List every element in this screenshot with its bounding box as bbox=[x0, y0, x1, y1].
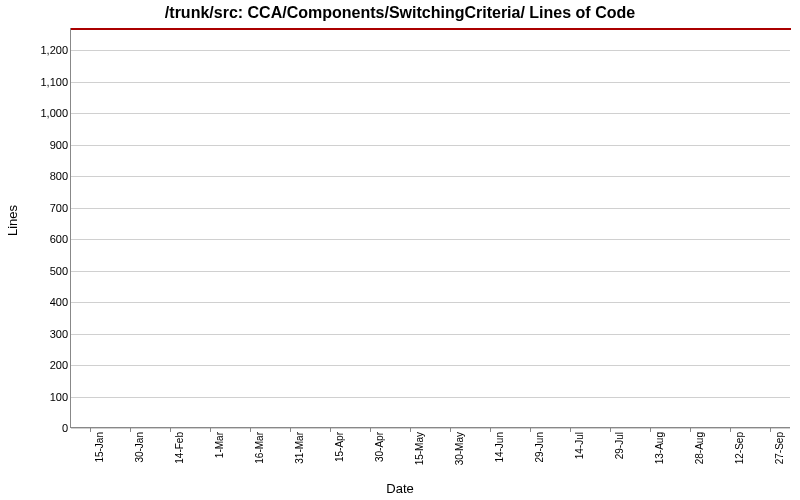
x-tick-mark bbox=[530, 428, 531, 432]
x-tick-label: 14-Jun bbox=[494, 432, 505, 463]
x-tick-label: 30-Jan bbox=[134, 432, 145, 463]
x-tick-label: 13-Aug bbox=[654, 432, 665, 464]
chart-title: /trunk/src: CCA/Components/SwitchingCrit… bbox=[0, 4, 800, 22]
gridline bbox=[71, 208, 790, 209]
x-tick-mark bbox=[330, 428, 331, 432]
x-tick-mark bbox=[250, 428, 251, 432]
x-tick-mark bbox=[290, 428, 291, 432]
y-tick-label: 600 bbox=[12, 233, 68, 245]
x-tick-label: 1-Mar bbox=[214, 432, 225, 458]
x-tick-mark bbox=[450, 428, 451, 432]
x-tick-label: 15-May bbox=[414, 432, 425, 465]
x-tick-label: 15-Apr bbox=[334, 432, 345, 462]
x-tick-label: 29-Jul bbox=[614, 432, 625, 459]
x-tick-label: 14-Feb bbox=[174, 432, 185, 464]
plot-area bbox=[70, 28, 790, 428]
x-axis-label: Date bbox=[0, 481, 800, 496]
x-tick-mark bbox=[690, 428, 691, 432]
x-tick-mark bbox=[170, 428, 171, 432]
x-tick-mark bbox=[570, 428, 571, 432]
gridline bbox=[71, 176, 790, 177]
x-tick-mark bbox=[90, 428, 91, 432]
x-tick-label: 15-Jan bbox=[94, 432, 105, 463]
y-tick-label: 300 bbox=[12, 328, 68, 340]
y-tick-label: 1,000 bbox=[12, 107, 68, 119]
x-tick-mark bbox=[730, 428, 731, 432]
y-tick-label: 900 bbox=[12, 139, 68, 151]
gridline bbox=[71, 271, 790, 272]
x-tick-label: 31-Mar bbox=[294, 432, 305, 464]
x-tick-mark bbox=[650, 428, 651, 432]
x-tick-label: 29-Jun bbox=[534, 432, 545, 463]
y-tick-label: 200 bbox=[12, 359, 68, 371]
gridline bbox=[71, 145, 790, 146]
y-tick-label: 1,200 bbox=[12, 44, 68, 56]
series-line bbox=[71, 28, 791, 30]
x-tick-label: 30-May bbox=[454, 432, 465, 465]
y-axis-label-wrap: Lines bbox=[6, 0, 20, 440]
gridline bbox=[71, 82, 790, 83]
x-tick-mark bbox=[130, 428, 131, 432]
x-tick-mark bbox=[770, 428, 771, 432]
gridline bbox=[71, 334, 790, 335]
gridline bbox=[71, 302, 790, 303]
x-tick-mark bbox=[610, 428, 611, 432]
x-tick-mark bbox=[490, 428, 491, 432]
y-tick-label: 0 bbox=[12, 422, 68, 434]
chart-container: /trunk/src: CCA/Components/SwitchingCrit… bbox=[0, 0, 800, 500]
gridline bbox=[71, 113, 790, 114]
x-tick-label: 14-Jul bbox=[574, 432, 585, 459]
gridline bbox=[71, 397, 790, 398]
y-tick-label: 700 bbox=[12, 202, 68, 214]
gridline bbox=[71, 50, 790, 51]
y-tick-label: 100 bbox=[12, 391, 68, 403]
gridline bbox=[71, 365, 790, 366]
y-tick-label: 400 bbox=[12, 296, 68, 308]
x-tick-label: 16-Mar bbox=[254, 432, 265, 464]
gridline bbox=[71, 428, 790, 429]
x-tick-label: 27-Sep bbox=[774, 432, 785, 464]
y-tick-label: 800 bbox=[12, 170, 68, 182]
gridline bbox=[71, 239, 790, 240]
x-tick-mark bbox=[410, 428, 411, 432]
x-tick-label: 28-Aug bbox=[694, 432, 705, 464]
y-tick-label: 1,100 bbox=[12, 76, 68, 88]
x-tick-label: 12-Sep bbox=[734, 432, 745, 464]
x-tick-mark bbox=[370, 428, 371, 432]
x-tick-label: 30-Apr bbox=[374, 432, 385, 462]
y-tick-label: 500 bbox=[12, 265, 68, 277]
x-tick-mark bbox=[210, 428, 211, 432]
